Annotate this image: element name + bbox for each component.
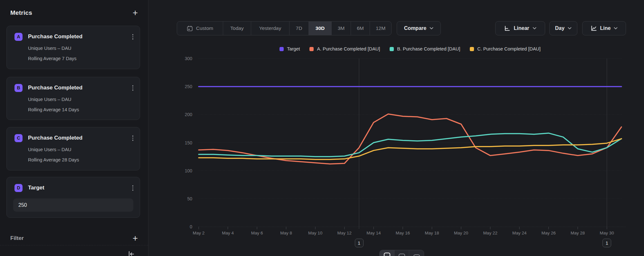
date-range-6m[interactable]: 6M: [351, 22, 370, 35]
legend-label: B. Purchase Completed [DAU]: [397, 46, 460, 51]
calendar-icon: [187, 25, 193, 32]
svg-text:150: 150: [185, 140, 193, 145]
sidebar-title: Metrics: [10, 9, 32, 16]
annotation-marker-1[interactable]: 1: [355, 239, 364, 247]
legend-swatch: [279, 47, 284, 51]
legend-label: A. Purchase Completed [DAU]: [317, 46, 380, 51]
tall-rect-icon: [383, 252, 391, 256]
svg-text:May 4: May 4: [222, 231, 234, 235]
target-value-input[interactable]: 250: [13, 198, 133, 212]
date-range-12m[interactable]: 12M: [370, 22, 391, 35]
date-range-custom[interactable]: Custom: [177, 22, 223, 35]
kebab-menu-icon[interactable]: [132, 135, 134, 142]
chevron-down-icon: [533, 27, 536, 30]
svg-text:May 2: May 2: [193, 231, 205, 235]
svg-text:May 24: May 24: [512, 231, 527, 235]
metric-measure: Unique Users – DAU: [28, 46, 132, 51]
svg-text:May 22: May 22: [483, 231, 497, 235]
filter-section: Filter +: [10, 233, 138, 243]
svg-text:200: 200: [185, 112, 193, 117]
chevron-down-icon: [614, 27, 618, 30]
svg-text:May 12: May 12: [337, 231, 352, 235]
metric-card-header: C Purchase Completed: [14, 134, 132, 142]
svg-text:May 20: May 20: [454, 231, 468, 235]
svg-text:250: 250: [185, 84, 193, 89]
kebab-menu-icon[interactable]: [132, 33, 134, 40]
metric-letter-badge: A: [14, 33, 23, 41]
annotation-marker-2[interactable]: 1: [602, 239, 611, 247]
legend-swatch: [470, 47, 474, 51]
metric-card-header: D Target: [14, 184, 132, 192]
metric-transform: Rolling Average 28 Days: [28, 157, 132, 163]
metrics-sidebar: Metrics + A Purchase Completed Unique Us…: [0, 0, 148, 256]
svg-text:May 6: May 6: [251, 231, 263, 235]
line-chart-icon: [591, 25, 597, 31]
short-rect-icon: [413, 252, 421, 256]
svg-text:May 8: May 8: [280, 231, 292, 235]
svg-text:May 16: May 16: [396, 231, 410, 235]
chart-height-small-button[interactable]: [409, 250, 424, 256]
target-card[interactable]: D Target 250: [6, 177, 140, 218]
add-metric-button[interactable]: +: [133, 8, 138, 17]
compare-button[interactable]: Compare: [397, 21, 441, 35]
chart-height-large-button[interactable]: [380, 250, 394, 256]
svg-text:May 30: May 30: [600, 231, 614, 235]
metric-card-header: A Purchase Completed: [14, 32, 132, 41]
metric-title: Purchase Completed: [28, 135, 82, 141]
date-range-today[interactable]: Today: [223, 22, 251, 35]
metric-measure: Unique Users – DAU: [28, 147, 132, 152]
metric-title: Purchase Completed: [28, 85, 82, 91]
dashboard-root: Metrics + A Purchase Completed Unique Us…: [0, 0, 644, 256]
add-filter-button[interactable]: +: [133, 234, 138, 243]
filter-label: Filter: [10, 235, 24, 242]
chart-height-control: [379, 250, 424, 256]
metric-title: Purchase Completed: [28, 33, 82, 40]
sidebar-header: Metrics +: [10, 8, 138, 18]
date-range-control: Custom Today Yesterday 7D 30D 3M 6M 12M: [177, 21, 392, 35]
legend-item[interactable]: B. Purchase Completed [DAU]: [390, 46, 460, 51]
metric-letter-badge: B: [14, 84, 23, 92]
metric-letter-badge: C: [14, 134, 23, 142]
date-range-yesterday[interactable]: Yesterday: [251, 22, 289, 35]
metric-measure: Unique Users – DAU: [28, 97, 132, 102]
date-range-7d[interactable]: 7D: [289, 22, 308, 35]
svg-text:May 14: May 14: [366, 231, 381, 235]
svg-text:May 28: May 28: [571, 231, 585, 235]
chart-legend: Target A. Purchase Completed [DAU] B. Pu…: [199, 45, 621, 53]
metric-transform: Rolling Average 14 Days: [28, 107, 132, 113]
metric-card-a[interactable]: A Purchase Completed Unique Users – DAU …: [6, 26, 140, 69]
svg-text:May 18: May 18: [425, 231, 439, 235]
collapse-sidebar-button[interactable]: [126, 250, 136, 256]
svg-text:0: 0: [190, 224, 192, 229]
date-range-30d[interactable]: 30D: [308, 22, 331, 35]
legend-swatch: [390, 47, 394, 51]
kebab-menu-icon[interactable]: [132, 185, 134, 191]
date-range-3m[interactable]: 3M: [331, 22, 351, 35]
svg-text:100: 100: [185, 168, 193, 173]
legend-label: Target: [287, 46, 300, 51]
chart-height-medium-button[interactable]: [394, 250, 409, 256]
svg-text:50: 50: [187, 196, 192, 201]
metric-card-c[interactable]: C Purchase Completed Unique Users – DAU …: [6, 127, 140, 170]
chevron-down-icon: [568, 27, 572, 30]
metric-title: Target: [28, 185, 44, 191]
svg-text:May 26: May 26: [541, 231, 555, 235]
collapse-left-icon: [128, 251, 135, 256]
linear-scale-icon: [504, 25, 510, 31]
metric-letter-badge: D: [14, 184, 23, 192]
interval-select-button[interactable]: Day: [549, 21, 577, 35]
legend-item[interactable]: A. Purchase Completed [DAU]: [309, 46, 380, 51]
legend-label: C. Purchase Completed [DAU]: [477, 46, 541, 51]
sidebar-divider: [0, 245, 148, 245]
chevron-down-icon: [430, 27, 433, 30]
metric-card-b[interactable]: B Purchase Completed Unique Users – DAU …: [6, 77, 140, 120]
chart-type-select-button[interactable]: Line: [582, 21, 626, 35]
legend-item[interactable]: C. Purchase Completed [DAU]: [470, 46, 541, 51]
kebab-menu-icon[interactable]: [132, 85, 134, 91]
metric-card-header: B Purchase Completed: [14, 84, 132, 92]
medium-rect-icon: [398, 252, 406, 256]
legend-item[interactable]: Target: [279, 46, 300, 51]
scale-select-button[interactable]: Linear: [495, 21, 545, 35]
svg-text:300: 300: [185, 56, 193, 61]
metric-transform: Rolling Average 7 Days: [28, 56, 132, 61]
